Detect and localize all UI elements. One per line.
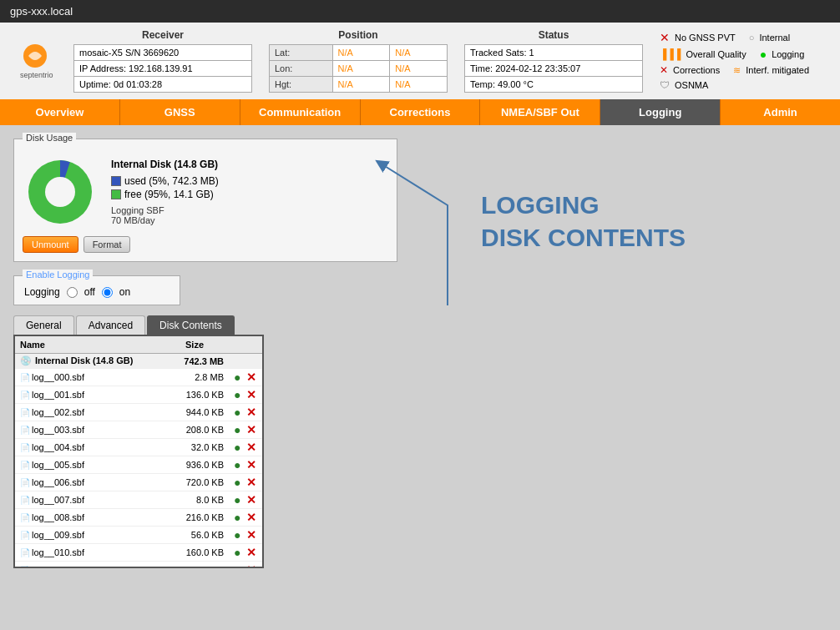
delete-icon[interactable]: ✕ xyxy=(246,423,256,436)
format-button[interactable]: Format xyxy=(83,236,131,253)
svg-text:septentrio: septentrio xyxy=(20,71,53,79)
logging-off-radio[interactable] xyxy=(67,287,78,298)
download-icon[interactable]: ● xyxy=(234,370,240,384)
download-icon[interactable]: ● xyxy=(234,546,240,559)
hgt-label: Hgt: xyxy=(270,77,333,93)
file-table: Name Size 💿Internal Disk (14.8 GB) xyxy=(15,336,262,568)
file-name: 📄log__002.sbf xyxy=(15,404,167,421)
delete-icon[interactable]: ✕ xyxy=(246,458,256,471)
on-label: on xyxy=(119,286,130,298)
nav-communication[interactable]: Communication xyxy=(240,99,361,125)
no-gnss-icon: ✕ xyxy=(660,31,670,44)
logging-on-radio[interactable] xyxy=(102,287,113,298)
disk-header-name: 💿Internal Disk (14.8 GB) xyxy=(15,354,167,369)
logging-field-label: Logging xyxy=(24,286,60,298)
delete-icon[interactable]: ✕ xyxy=(246,370,256,384)
delete-icon[interactable]: ✕ xyxy=(246,388,256,401)
temp-value: Temp: 49.00 °C xyxy=(465,77,643,93)
file-size: 208.0 KB xyxy=(167,421,229,439)
no-gnss-label: No GNSS PVT xyxy=(675,33,736,43)
table-row: 📄log__000.sbf 2.8 MB ● ✕ xyxy=(15,369,262,386)
tab-disk-contents[interactable]: Disk Contents xyxy=(147,315,235,335)
receiver-label: Receiver xyxy=(73,29,252,41)
disk-usage-content: Internal Disk (14.8 GB) used (5%, 742.3 … xyxy=(23,154,388,229)
delete-icon[interactable]: ✕ xyxy=(246,476,256,489)
right-status: ✕ No GNSS PVT ○ Internal ▐▐▐ Overall Qua… xyxy=(660,31,827,91)
tab-general[interactable]: General xyxy=(13,315,74,335)
file-table-container[interactable]: Name Size 💿Internal Disk (14.8 GB) xyxy=(13,335,264,568)
file-icon: 📄 xyxy=(20,373,30,382)
status-section: Status Tracked Sats: 1 Time: 2024-02-12 … xyxy=(464,29,643,93)
table-row: 📄log__011.sbf 248.0 KB ● ✕ xyxy=(15,562,262,569)
free-color-swatch xyxy=(111,189,121,199)
nav-nmea[interactable]: NMEA/SBF Out xyxy=(480,99,600,125)
table-row: 📄log__003.sbf 208.0 KB ● ✕ xyxy=(15,421,262,439)
file-icon: 📄 xyxy=(20,548,30,557)
file-name: 📄log__000.sbf xyxy=(15,369,167,386)
file-actions: ● ✕ xyxy=(229,421,262,439)
download-icon[interactable]: ● xyxy=(234,563,240,568)
download-icon[interactable]: ● xyxy=(234,511,240,524)
osnma-label: OSNMA xyxy=(675,80,708,90)
lon-label: Lon: xyxy=(270,61,333,77)
file-size: 32.0 KB xyxy=(167,439,229,456)
table-row: 📄log__006.sbf 720.0 KB ● ✕ xyxy=(15,474,262,491)
enable-logging-box: Enable Logging Logging off on xyxy=(13,275,180,305)
file-actions: ● ✕ xyxy=(229,509,262,527)
internal-label: Internal xyxy=(759,33,790,43)
download-icon[interactable]: ● xyxy=(234,388,240,401)
file-actions: ● ✕ xyxy=(229,456,262,474)
delete-icon[interactable]: ✕ xyxy=(246,441,256,454)
download-icon[interactable]: ● xyxy=(234,423,240,436)
file-size: 2.8 MB xyxy=(167,369,229,386)
delete-icon[interactable]: ✕ xyxy=(246,563,256,568)
tabs-container: General Advanced Disk Contents Name Size xyxy=(13,315,397,568)
quality-icon: ▐▐▐ xyxy=(660,48,681,60)
download-icon[interactable]: ● xyxy=(234,406,240,419)
left-column: Disk Usage xyxy=(13,139,397,568)
delete-icon[interactable]: ✕ xyxy=(246,493,256,507)
file-actions: ● ✕ xyxy=(229,474,262,491)
download-icon[interactable]: ● xyxy=(234,493,240,507)
logging-icon: ● xyxy=(760,48,767,61)
file-icon: 📄 xyxy=(20,478,30,487)
nav-corrections[interactable]: Corrections xyxy=(361,99,481,125)
corrections-label: Corrections xyxy=(673,65,720,75)
delete-icon[interactable]: ✕ xyxy=(246,546,256,559)
unmount-button[interactable]: Unmount xyxy=(23,236,78,253)
download-icon[interactable]: ● xyxy=(234,476,240,489)
navbar: Overview GNSS Communication Corrections … xyxy=(0,99,840,125)
delete-icon[interactable]: ✕ xyxy=(246,528,256,542)
file-actions: ● ✕ xyxy=(229,562,262,569)
lat-label: Lat: xyxy=(270,45,333,61)
svg-point-3 xyxy=(45,177,75,207)
download-icon[interactable]: ● xyxy=(234,441,240,454)
corrections-icon: ✕ xyxy=(660,64,668,76)
tab-advanced[interactable]: Advanced xyxy=(76,315,145,335)
delete-icon[interactable]: ✕ xyxy=(246,406,256,419)
file-actions: ● ✕ xyxy=(229,404,262,421)
download-icon[interactable]: ● xyxy=(234,528,240,542)
nav-gnss[interactable]: GNSS xyxy=(120,99,240,125)
table-row: 📄log__010.sbf 160.0 KB ● ✕ xyxy=(15,544,262,562)
name-column-header: Name xyxy=(15,336,167,354)
lat-value2: N/A xyxy=(390,45,448,61)
download-icon[interactable]: ● xyxy=(234,458,240,471)
table-row: 📄log__009.sbf 56.0 KB ● ✕ xyxy=(15,527,262,544)
delete-icon[interactable]: ✕ xyxy=(246,511,256,524)
receiver-table: mosaic-X5 S/N 3669620 IP Address: 192.16… xyxy=(73,44,252,93)
nav-logging[interactable]: Logging xyxy=(600,99,721,125)
nav-overview[interactable]: Overview xyxy=(0,99,120,125)
enable-logging-title: Enable Logging xyxy=(23,270,93,280)
file-icon: 📄 xyxy=(20,408,30,417)
size-column-header: Size xyxy=(167,336,229,354)
off-label: off xyxy=(84,286,95,298)
file-name: 📄log__006.sbf xyxy=(15,474,167,491)
position-table: Lat: N/A N/A Lon: N/A N/A Hgt: N/A N/A xyxy=(269,44,448,93)
header: septentrio Receiver mosaic-X5 S/N 366962… xyxy=(0,23,840,99)
topbar-title: gps-xxx.local xyxy=(10,5,73,18)
table-row: 📄log__001.sbf 136.0 KB ● ✕ xyxy=(15,386,262,404)
table-row: 📄log__007.sbf 8.0 KB ● ✕ xyxy=(15,491,262,509)
nav-admin[interactable]: Admin xyxy=(721,99,840,125)
septentrio-logo-icon: septentrio xyxy=(13,39,57,83)
